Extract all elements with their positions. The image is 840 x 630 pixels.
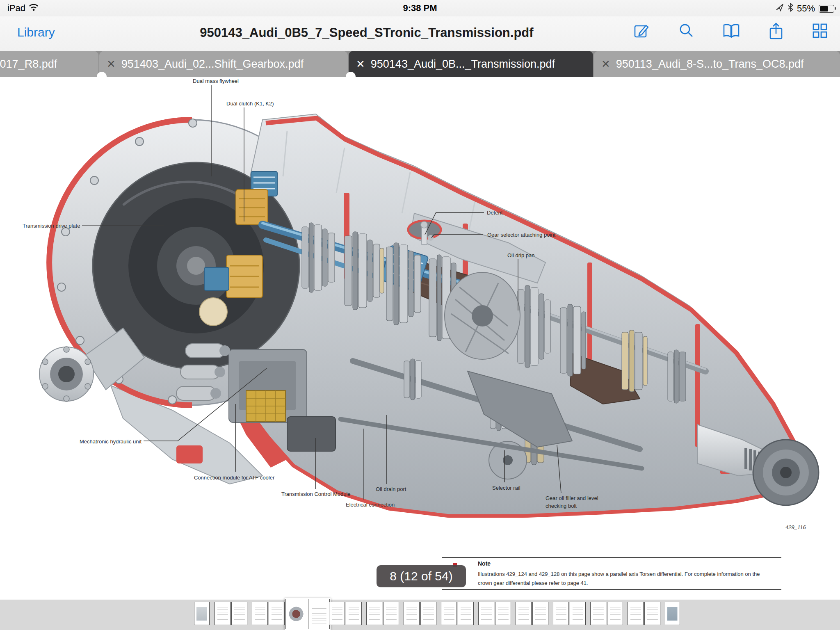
note-body-line2: crown gear differential please refer to … <box>478 580 588 586</box>
thumbnail-page-face <box>495 602 511 625</box>
toolbar: Library 950143_Audi_0B5_7_Speed_STronic_… <box>0 16 840 51</box>
thumbnail-page-8[interactable] <box>478 602 511 625</box>
library-back-button[interactable]: Library <box>17 25 55 39</box>
thumbnail-page-7[interactable] <box>441 602 474 625</box>
share-icon[interactable] <box>768 22 784 40</box>
note-title: Note <box>478 560 491 567</box>
screen: iPad 9:38 PM 55% Library 950143_Audi_0B5… <box>0 0 840 630</box>
thumbnail-page-face <box>404 602 420 625</box>
search-icon[interactable] <box>678 22 695 40</box>
thumbnail-page-face <box>383 602 399 625</box>
thumbnail-page-13[interactable] <box>665 602 680 625</box>
figure-number-label: 429_116 <box>785 524 806 530</box>
bluetooth-icon <box>788 3 793 14</box>
thumbnail-page-12[interactable] <box>628 602 660 625</box>
thumbnail-page-face <box>285 599 307 629</box>
thumbnail-page-face <box>607 602 623 625</box>
document-tab-2[interactable]: ✕950143_Audi_0B..._Transmission.pdf <box>349 51 593 77</box>
pdf-page-canvas[interactable]: Dual mass flywheelDual clutch (K1, K2)Tr… <box>0 77 840 600</box>
thumbnail-page-face <box>553 602 569 625</box>
thumbnail-page-face <box>532 602 548 625</box>
thumbnail-page-6[interactable] <box>404 602 436 625</box>
thumbnail-page-face <box>329 602 345 625</box>
thumbnail-page-face <box>215 602 231 625</box>
document-tab-3[interactable]: ✕950113_Audi_8-S...to_Trans_OC8.pdf <box>594 51 840 77</box>
thumbnail-page-4[interactable] <box>329 602 362 625</box>
thumbnail-page-face <box>269 602 285 625</box>
note-top-rule <box>442 557 781 558</box>
thumbnail-strip <box>0 600 840 630</box>
transmission-cutaway-illustration <box>0 77 840 600</box>
tab-label: 951403_Audi_02...Shift_Gearbox.pdf <box>121 58 304 71</box>
reader-icon[interactable] <box>722 22 741 40</box>
battery-icon <box>819 5 834 13</box>
document-tab-0[interactable]: the_2017_R8.pdf <box>0 51 98 77</box>
tab-close-icon[interactable]: ✕ <box>107 59 116 69</box>
thumbnail-page-face <box>231 602 247 625</box>
thumbnail-page-0[interactable] <box>194 602 210 625</box>
thumbnail-page-face <box>194 602 210 625</box>
thumbnail-page-face <box>478 602 494 625</box>
document-title: 950143_Audi_0B5_7_Speed_STronic_Transmis… <box>123 25 610 40</box>
thumbnail-page-2[interactable] <box>252 602 285 625</box>
thumbnail-page-face <box>252 602 268 625</box>
location-icon <box>776 3 784 14</box>
page-indicator[interactable]: 8 (12 of 54) <box>377 565 466 587</box>
tab-close-icon[interactable]: ✕ <box>356 59 365 69</box>
thumbnail-current-page[interactable] <box>285 598 331 630</box>
document-tab-1[interactable]: ✕951403_Audi_02...Shift_Gearbox.pdf <box>99 51 348 77</box>
thumbnail-page-face <box>590 602 606 625</box>
thumbnail-page-face <box>366 602 382 625</box>
thumbnail-page-face <box>570 602 586 625</box>
tab-label: 950143_Audi_0B..._Transmission.pdf <box>371 58 555 71</box>
note-bottom-rule <box>442 589 781 590</box>
thumbnail-page-10[interactable] <box>553 602 586 625</box>
thumbnail-page-9[interactable] <box>516 602 548 625</box>
thumbnail-page-face <box>420 602 436 625</box>
tab-label: 950113_Audi_8-S...to_Trans_OC8.pdf <box>616 58 804 71</box>
thumbnail-page-face <box>346 602 362 625</box>
thumbnail-page-face <box>516 602 532 625</box>
thumbnail-page-face <box>308 599 330 629</box>
annotate-icon[interactable] <box>633 22 651 40</box>
thumbnails-grid-icon[interactable] <box>811 22 829 40</box>
thumbnail-page-11[interactable] <box>590 602 623 625</box>
status-bar: iPad 9:38 PM 55% <box>0 0 840 16</box>
note-body-line1: Illustrations 429_124 and 429_128 on thi… <box>478 571 760 577</box>
clock: 9:38 PM <box>0 3 840 14</box>
thumbnail-page-face <box>665 602 680 625</box>
battery-percent: 55% <box>797 3 815 14</box>
thumbnail-page-5[interactable] <box>366 602 399 625</box>
thumbnail-page-face <box>458 602 474 625</box>
thumbnail-page-face <box>628 602 644 625</box>
tab-label: the_2017_R8.pdf <box>0 58 57 71</box>
tab-bar: the_2017_R8.pdf✕951403_Audi_02...Shift_G… <box>0 51 840 77</box>
thumbnail-page-face <box>441 602 457 625</box>
thumbnail-page-1[interactable] <box>215 602 247 625</box>
tab-close-icon[interactable]: ✕ <box>601 59 610 69</box>
thumbnail-page-face <box>644 602 660 625</box>
